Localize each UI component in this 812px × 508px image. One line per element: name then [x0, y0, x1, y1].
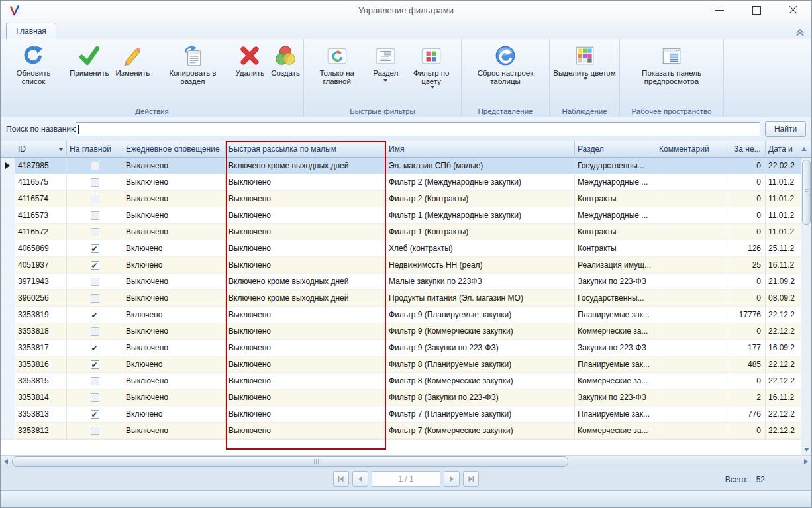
row-indicator-cell: [1, 356, 15, 373]
cell-on-main[interactable]: [67, 389, 123, 406]
collapse-ribbon-icon[interactable]: [795, 28, 805, 36]
table-row[interactable]: 3353815 Выключено Выключено Фильтр 8 (Ко…: [1, 373, 811, 389]
on-main-checkbox[interactable]: [91, 393, 99, 402]
prev-page-button[interactable]: [352, 471, 368, 487]
tab-home[interactable]: Главная: [6, 23, 56, 39]
section-filter-button[interactable]: Раздел: [370, 42, 401, 82]
table-row[interactable]: 4116573 Выключено Выключено Фильтр 1 (Ме…: [1, 207, 811, 224]
cell-on-main[interactable]: [67, 191, 123, 207]
horizontal-scrollbar[interactable]: [1, 455, 811, 467]
on-main-checkbox[interactable]: [91, 278, 99, 286]
next-page-button[interactable]: [444, 471, 460, 487]
maximize-button[interactable]: [750, 5, 762, 15]
first-page-button[interactable]: [333, 471, 349, 487]
on-main-checkbox[interactable]: [91, 162, 99, 170]
on-main-checkbox[interactable]: [91, 211, 99, 220]
header-on-main[interactable]: На главной: [67, 141, 123, 158]
cell-on-main[interactable]: [67, 174, 123, 191]
cell-on-main[interactable]: [67, 207, 123, 224]
cell-on-main[interactable]: [67, 307, 123, 323]
find-button[interactable]: Найти: [765, 121, 806, 137]
on-main-checkbox[interactable]: [91, 410, 99, 419]
cell-on-main[interactable]: [67, 274, 123, 290]
table-row[interactable]: 4116575 Выключено Выключено Фильтр 2 (Ме…: [1, 174, 811, 191]
vertical-scrollbar[interactable]: [801, 158, 811, 455]
highlight-color-button[interactable]: Выделить цветом: [550, 42, 619, 80]
header-name[interactable]: Имя: [386, 141, 575, 158]
cell-on-main[interactable]: [67, 406, 123, 423]
on-main-checkbox[interactable]: [91, 344, 99, 352]
cell-on-main[interactable]: [67, 257, 123, 274]
on-main-checkbox[interactable]: [91, 261, 99, 270]
table-row[interactable]: 4187985 Выключено Включено кроме выходны…: [1, 158, 811, 174]
cell-on-main[interactable]: [67, 158, 123, 174]
delete-button[interactable]: Удалить: [232, 42, 268, 77]
create-button[interactable]: Создать: [268, 42, 303, 77]
table-row[interactable]: 4116574 Выключено Выключено Фильтр 2 (Ко…: [1, 191, 811, 207]
header-quick-mailing[interactable]: Быстрая рассылка по малым: [226, 141, 386, 158]
reset-table-settings-button[interactable]: Сброс настроек таблицы: [462, 42, 549, 86]
cell-on-main[interactable]: [67, 356, 123, 373]
copy-to-section-button[interactable]: Копировать в раздел: [153, 42, 232, 86]
cell-name: Малые закупки по 223ФЗ: [386, 274, 575, 290]
table-row[interactable]: 3960256 Выключено Включено кроме выходны…: [1, 290, 811, 307]
cell-comment: [656, 158, 731, 174]
cell-on-main[interactable]: [67, 423, 123, 439]
close-button[interactable]: [787, 5, 799, 15]
search-input[interactable]: [76, 122, 760, 136]
refresh-list-button[interactable]: Обновить список: [1, 42, 66, 86]
on-main-checkbox[interactable]: [91, 195, 99, 203]
scroll-right-button[interactable]: [801, 456, 811, 467]
cell-on-main[interactable]: [67, 373, 123, 389]
cell-name: Эл. магазин СПб (малые): [386, 158, 575, 174]
header-section[interactable]: Раздел: [575, 141, 656, 158]
table-row[interactable]: 4065869 Включено Выключено Хлеб (контрак…: [1, 240, 811, 257]
header-overdue[interactable]: За не...: [731, 141, 766, 158]
header-comment[interactable]: Комментарий: [656, 141, 731, 158]
show-preview-panel-button[interactable]: Показать панель предпросмотра: [620, 42, 723, 86]
cell-daily-notice: Включено: [123, 257, 226, 274]
on-main-checkbox[interactable]: [91, 377, 99, 385]
table-row[interactable]: 3353816 Включено Выключено Фильтр 8 (Пла…: [1, 356, 811, 373]
cell-name: Фильтр 1 (Контракты): [386, 224, 575, 240]
table-row[interactable]: 3353813 Включено Выключено Фильтр 7 (Пла…: [1, 406, 811, 423]
cell-on-main[interactable]: [67, 240, 123, 257]
table-row[interactable]: 3971943 Выключено Включено кроме выходны…: [1, 274, 811, 290]
horizontal-scrollbar-thumb[interactable]: [12, 456, 568, 467]
table-row[interactable]: 4051937 Включено Выключено Недвижимость …: [1, 257, 811, 274]
on-main-checkbox[interactable]: [91, 360, 99, 369]
header-date[interactable]: Дата и: [766, 141, 811, 158]
scroll-left-button[interactable]: [1, 456, 11, 467]
edit-icon: [121, 44, 144, 67]
on-main-checkbox[interactable]: [91, 244, 99, 253]
table-row[interactable]: 3353814 Выключено Выключено Фильтр 8 (За…: [1, 389, 811, 406]
on-main-checkbox[interactable]: [91, 294, 99, 303]
cell-on-main[interactable]: [67, 290, 123, 307]
on-main-checkbox[interactable]: [91, 228, 99, 236]
cell-on-main[interactable]: [67, 340, 123, 356]
minimize-button[interactable]: [713, 5, 725, 15]
edit-button[interactable]: Изменить: [112, 42, 153, 77]
last-page-button[interactable]: [463, 471, 479, 487]
apply-button[interactable]: Применить: [66, 42, 112, 77]
only-main-button[interactable]: Только на главной: [304, 42, 370, 86]
on-main-checkbox[interactable]: [91, 178, 99, 187]
vertical-scrollbar-thumb[interactable]: [802, 160, 811, 225]
cell-on-main[interactable]: [67, 224, 123, 240]
scroll-down-button[interactable]: [801, 444, 811, 455]
table-row[interactable]: 3353817 Выключено Выключено Фильтр 9 (За…: [1, 340, 811, 356]
on-main-checkbox[interactable]: [91, 311, 99, 319]
on-main-checkbox[interactable]: [91, 327, 99, 336]
cell-quick-mailing: Включено кроме выходных дней: [226, 158, 386, 174]
table-row[interactable]: 3353818 Выключено Выключено Фильтр 9 (Ко…: [1, 323, 811, 340]
refresh-icon: [22, 44, 44, 67]
filter-dropdown-icon[interactable]: [58, 148, 64, 151]
table-row[interactable]: 3353812 Выключено Выключено Фильтр 7 (Ко…: [1, 423, 811, 439]
header-daily-notice[interactable]: Ежедневное оповещение: [123, 141, 226, 158]
filter-by-color-button[interactable]: Фильтр по цвету: [401, 42, 461, 89]
cell-on-main[interactable]: [67, 323, 123, 340]
table-row[interactable]: 3353819 Включено Выключено Фильтр 9 (Пла…: [1, 307, 811, 323]
table-row[interactable]: 4116572 Выключено Выключено Фильтр 1 (Ко…: [1, 224, 811, 240]
on-main-checkbox[interactable]: [91, 427, 99, 435]
header-id[interactable]: ID: [15, 141, 67, 158]
